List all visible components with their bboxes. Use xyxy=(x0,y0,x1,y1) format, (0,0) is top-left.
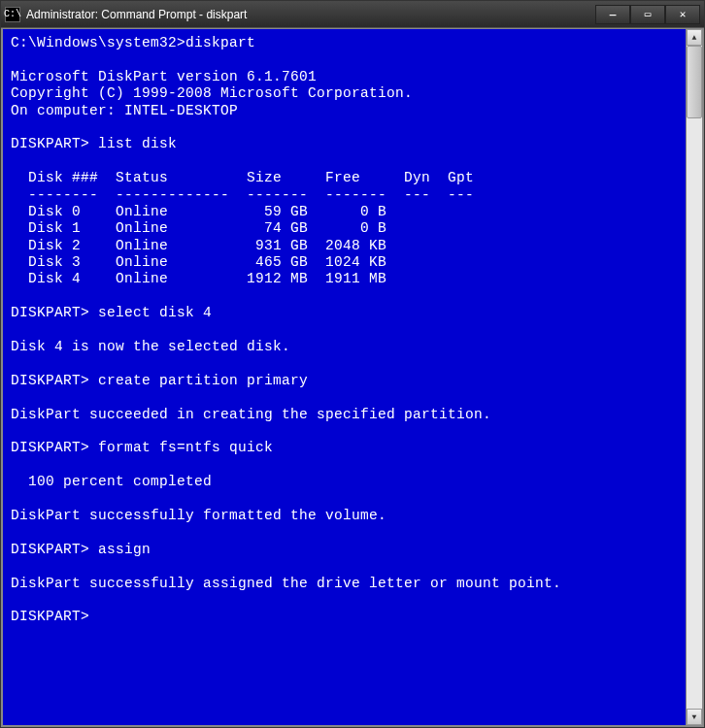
scrollbar-thumb[interactable] xyxy=(687,46,702,118)
console-output[interactable]: C:\Windows\system32>diskpart Microsoft D… xyxy=(3,29,686,725)
diskpart-prompt: DISKPART> xyxy=(11,542,89,557)
msg-progress: 100 percent completed xyxy=(11,474,212,489)
scroll-down-button[interactable]: ▼ xyxy=(687,709,702,725)
cmd-format: format fs=ntfs quick xyxy=(98,440,273,455)
scrollbar-track[interactable] xyxy=(687,46,702,709)
msg-selected: Disk 4 is now the selected disk. xyxy=(11,339,290,354)
cmd-assign: assign xyxy=(98,542,151,557)
titlebar[interactable]: C:\ Administrator: Command Prompt - disk… xyxy=(1,1,704,28)
scroll-up-button[interactable]: ▲ xyxy=(687,29,702,46)
table-row: Disk 3 Online 465 GB 1024 KB xyxy=(11,254,386,270)
window-title: Administrator: Command Prompt - diskpart xyxy=(26,8,595,21)
diskpart-prompt: DISKPART> xyxy=(11,373,89,388)
table-row: Disk 1 Online 74 GB 0 B xyxy=(11,220,386,236)
minimize-button[interactable]: — xyxy=(595,5,630,24)
cmd-list-disk: list disk xyxy=(98,136,177,151)
computer-line: On computer: INTEL-DESKTOP xyxy=(11,103,238,118)
version-line: Microsoft DiskPart version 6.1.7601 xyxy=(11,69,317,84)
table-row: Disk 2 Online 931 GB 2048 KB xyxy=(11,238,386,253)
diskpart-prompt: DISKPART> xyxy=(11,609,89,624)
msg-formatted: DiskPart successfully formatted the volu… xyxy=(11,508,386,523)
cmd-create-partition: create partition primary xyxy=(98,373,308,388)
diskpart-prompt: DISKPART> xyxy=(11,305,89,320)
initial-prompt: C:\Windows\system32> xyxy=(11,35,185,50)
cmd-select-disk: select disk 4 xyxy=(98,305,212,320)
diskpart-prompt: DISKPART> xyxy=(11,440,89,455)
console-area: C:\Windows\system32>diskpart Microsoft D… xyxy=(1,28,704,727)
table-row: Disk 4 Online 1912 MB 1911 MB xyxy=(11,271,386,286)
maximize-button[interactable]: ▭ xyxy=(630,5,665,24)
initial-command: diskpart xyxy=(185,35,255,50)
diskpart-prompt: DISKPART> xyxy=(11,136,89,151)
copyright-line: Copyright (C) 1999-2008 Microsoft Corpor… xyxy=(11,85,413,101)
msg-created: DiskPart succeeded in creating the speci… xyxy=(11,407,491,422)
vertical-scrollbar[interactable]: ▲ ▼ xyxy=(686,29,702,725)
table-divider: -------- ------------- ------- ------- -… xyxy=(11,187,474,203)
cmd-icon: C:\ xyxy=(5,7,20,22)
close-button[interactable]: ✕ xyxy=(665,5,700,24)
table-header: Disk ### Status Size Free Dyn Gpt xyxy=(11,170,474,185)
window-controls: — ▭ ✕ xyxy=(595,5,700,24)
msg-assigned: DiskPart successfully assigned the drive… xyxy=(11,576,561,591)
table-row: Disk 0 Online 59 GB 0 B xyxy=(11,204,386,219)
cmd-window: C:\ Administrator: Command Prompt - disk… xyxy=(0,0,705,728)
